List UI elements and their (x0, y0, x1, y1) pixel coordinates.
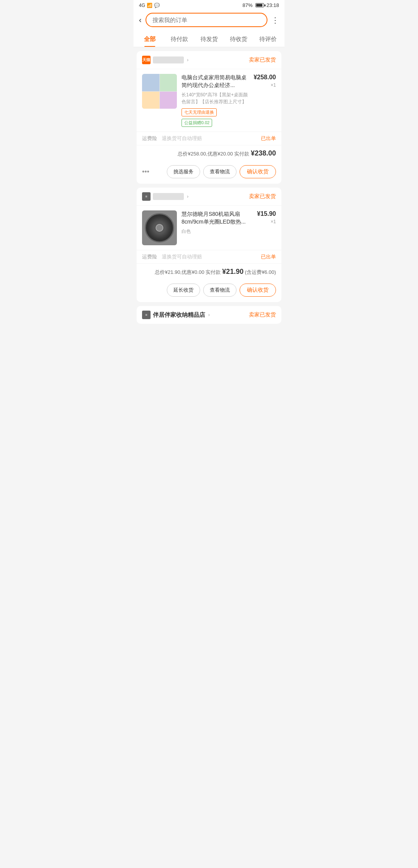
message-icon: 💬 (154, 3, 160, 8)
battery-text: 87% (242, 2, 252, 8)
confirm-button-2[interactable]: 确认收货 (240, 284, 276, 297)
shop-name-placeholder-1 (153, 56, 184, 63)
battery-icon (255, 3, 264, 7)
shipping-row-2: 运费险 退换货可自动理赔 已出单 (137, 250, 281, 263)
shop-arrow-2: › (187, 194, 188, 199)
shop-info-3[interactable]: ≡ 伴居伴家收纳精品店 › (142, 311, 210, 319)
order-status-1: 卖家已发货 (249, 56, 276, 63)
shop-arrow-1: › (187, 57, 188, 63)
price-value-2: ¥15.90 (257, 210, 276, 217)
shipped-badge-1: 已出单 (261, 135, 276, 142)
shipping-row-1: 运费险 退换货可自动理赔 已出单 (137, 132, 281, 145)
logistics-button-1[interactable]: 查看物流 (203, 165, 236, 178)
service-button-1[interactable]: 挑选服务 (167, 165, 200, 178)
signal-bars: 📶 (147, 3, 152, 8)
tab-pending-receive[interactable]: 待收货 (224, 31, 253, 47)
product-info-1: 电脑台式桌家用简易电脑桌简约现代办公桌经济... 长140*宽60*高78【黑架… (182, 74, 249, 127)
order-card-3-header: ≡ 伴居伴家收纳精品店 › 卖家已发货 (137, 306, 281, 324)
order-card-2-header: ≡ › 卖家已发货 (137, 188, 281, 206)
dots-button-1[interactable]: ••• (142, 168, 149, 176)
order-card-2: ≡ › 卖家已发货 慧尔德晓月S80机箱风扇8cm/9cm单光圈LED散热...… (137, 188, 281, 302)
shipping-left-2: 运费险 退换货可自动理赔 (142, 253, 202, 260)
shop-icon-3: ≡ (142, 311, 151, 319)
shop-info-2[interactable]: ≡ › (142, 192, 188, 201)
header: ‹ ⋮ (134, 10, 284, 31)
product-info-2: 慧尔德晓月S80机箱风扇8cm/9cm单光圈LED散热... 白色 (182, 210, 252, 245)
total-row-1: 总价¥258.00,优惠¥20.00 实付款 ¥238.00 (137, 145, 281, 161)
product-price-2: ¥15.90 ×1 (257, 210, 276, 245)
img-cell-3 (142, 92, 159, 109)
shipping-label-1: 运费险 (142, 135, 157, 141)
confirm-button-1[interactable]: 确认收货 (240, 165, 276, 178)
tab-bar: 全部 待付款 待发货 待收货 待评价 (134, 31, 284, 47)
order-card-3: ≡ 伴居伴家收纳精品店 › 卖家已发货 (137, 306, 281, 324)
product-title-2: 慧尔德晓月S80机箱风扇8cm/9cm单光圈LED散热... (182, 210, 252, 226)
tag-return: 七天无理由退换 (182, 108, 217, 116)
network-signal: 4G (139, 3, 145, 8)
fan-inner (156, 224, 163, 232)
shop-icon-2: ≡ (142, 192, 151, 201)
time-display: 23:18 (266, 2, 279, 8)
price-value-1: ¥258.00 (254, 74, 276, 81)
shop-arrow-3: › (208, 312, 210, 318)
order-status-2: 卖家已发货 (249, 193, 276, 200)
total-suffix-2: (含运费¥6.00) (245, 269, 276, 275)
shop-info-1[interactable]: 天猫 › (142, 56, 188, 64)
more-button[interactable]: ⋮ (271, 15, 279, 25)
shipping-left-1: 运费险 退换货可自动理赔 (142, 135, 202, 142)
tab-pending-review[interactable]: 待评价 (254, 31, 283, 47)
total-text-2: 总价¥21.90,优惠¥0.00 实付款 (155, 269, 221, 275)
action-row-1: ••• 挑选服务 查看物流 确认收货 (137, 161, 281, 184)
product-desc-2: 白色 (182, 228, 252, 235)
total-text-1: 总价¥258.00,优惠¥20.00 实付款 (178, 151, 249, 157)
quantity-1: ×1 (271, 82, 276, 88)
product-desc-1: 长140*宽60*高78【黑架+桌面颜色留言】【店长推荐图上尺寸】 (182, 91, 249, 105)
tab-pending-ship[interactable]: 待发货 (194, 31, 224, 47)
product-tags-1: 七天无理由退换 公益捐赠0.02 (182, 108, 249, 127)
tmall-icon: 天猫 (142, 56, 151, 64)
shipped-badge-2: 已出单 (261, 253, 276, 260)
product-image-2 (142, 210, 177, 245)
img-cell-1 (142, 74, 159, 91)
time-battery-area: 87% 23:18 (242, 2, 279, 8)
total-amount-2: ¥21.90 (222, 268, 243, 275)
shop-name-3: 伴居伴家收纳精品店 (153, 311, 205, 319)
product-row-2[interactable]: 慧尔德晓月S80机箱风扇8cm/9cm单光圈LED散热... 白色 ¥15.90… (137, 206, 281, 250)
order-card-1-header: 天猫 › 卖家已发货 (137, 51, 281, 69)
product-title-1: 电脑台式桌家用简易电脑桌简约现代办公桌经济... (182, 74, 249, 89)
total-row-2: 总价¥21.90,优惠¥0.00 实付款 ¥21.90 (含运费¥6.00) (137, 263, 281, 280)
shipping-label-2: 运费险 (142, 254, 157, 260)
action-row-2: 延长收货 查看物流 确认收货 (137, 280, 281, 302)
tab-pending-pay[interactable]: 待付款 (164, 31, 194, 47)
logistics-button-2[interactable]: 查看物流 (203, 284, 236, 297)
extend-button-2[interactable]: 延长收货 (167, 284, 200, 297)
order-status-3: 卖家已发货 (249, 311, 276, 318)
product-row-1[interactable]: 电脑台式桌家用简易电脑桌简约现代办公桌经济... 长140*宽60*高78【黑架… (137, 69, 281, 132)
img-cell-2 (160, 74, 177, 91)
order-card-1: 天猫 › 卖家已发货 电脑台式桌家用简易电脑桌简约现代办公桌经济... 长140… (137, 51, 281, 184)
product-image-1 (142, 74, 177, 109)
search-input[interactable] (146, 13, 267, 27)
back-button[interactable]: ‹ (139, 15, 142, 24)
product-price-1: ¥258.00 ×1 (254, 74, 276, 127)
tab-all[interactable]: 全部 (135, 31, 164, 47)
fan-circle (145, 213, 174, 243)
shop-name-placeholder-2 (153, 193, 184, 200)
shipping-desc-2: 退换货可自动理赔 (162, 254, 202, 260)
quantity-2: ×1 (271, 219, 276, 224)
tag-donate: 公益捐赠0.02 (182, 119, 212, 127)
img-cell-4 (160, 92, 177, 109)
total-amount-1: ¥238.00 (251, 149, 276, 157)
shipping-desc-1: 退换货可自动理赔 (162, 135, 202, 141)
status-bar: 4G 📶 💬 87% 23:18 (134, 0, 284, 10)
signal-area: 4G 📶 💬 (139, 3, 160, 8)
